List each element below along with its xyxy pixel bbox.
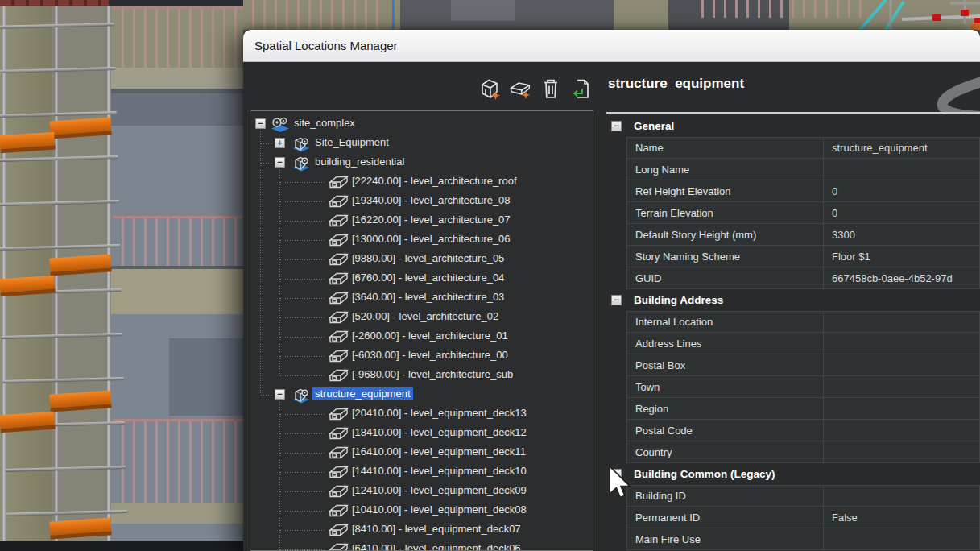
tree-guide-line (280, 414, 325, 415)
property-value[interactable]: 667458cb-0aee-4b52-97d (823, 267, 980, 289)
tree-item-label[interactable]: [12410.00] - level_equipment_deck09 (352, 484, 527, 496)
trash-icon (541, 77, 560, 100)
tree-guide-line (280, 356, 325, 357)
tree-item-label[interactable]: [520.00] - level_architecture_02 (352, 310, 498, 322)
property-label: Name (626, 137, 823, 159)
property-value[interactable] (823, 333, 980, 354)
section-title: Building Common (Legacy) (634, 468, 775, 480)
add-story-button[interactable] (509, 77, 531, 100)
tree-item-label[interactable]: [-9680.00] - level_architecture_sub (352, 368, 513, 380)
property-value[interactable]: 0 (823, 202, 980, 224)
property-value[interactable]: Floor $1 (823, 246, 980, 267)
property-section-header[interactable]: −Building Common (Legacy) (608, 463, 980, 485)
tree-item[interactable]: +Site_Equipment (250, 134, 593, 153)
rebar-posts-strip-2 (693, 0, 870, 18)
tree-item-label[interactable]: [14410.00] - level_equipment_deck10 (352, 465, 527, 477)
tree-item-label[interactable]: [9880.00] - level_architecture_05 (352, 252, 504, 264)
delete-button[interactable] (540, 77, 562, 100)
tree-item-label[interactable]: [16410.00] - level_equipment_deck11 (352, 445, 526, 458)
property-row: Permanent IDFalse (626, 507, 980, 528)
tree-item[interactable]: −site_complex (250, 114, 593, 134)
property-label: Internal Location (626, 311, 823, 333)
tree-item-label[interactable]: [18410.00] - level_equipment_deck12 (352, 426, 527, 438)
level-icon (328, 213, 349, 232)
tree-guide-line (280, 182, 325, 183)
tree-item-label[interactable]: [6410.00] - level_equipment_deck06 (352, 542, 521, 551)
tree-guide-line (261, 163, 273, 164)
tree-item[interactable]: −structure_equipment (250, 385, 593, 404)
tree-item-label[interactable]: structure_equipment (312, 387, 413, 400)
level-icon (328, 367, 349, 387)
tree-guide-line (280, 317, 325, 318)
rebar-maroon-band (0, 0, 109, 6)
tree-guide-line (280, 433, 325, 434)
property-section-header[interactable]: −Building Address (608, 289, 980, 311)
tree-item-label[interactable]: [8410.00] - level_equipment_deck07 (352, 523, 521, 535)
property-label: Default Story Height (mm) (626, 224, 823, 246)
location-tree-panel[interactable]: −site_complex+Site_Equipment−building_re… (250, 110, 593, 551)
viewport-bottom-strip (0, 541, 243, 551)
scaffold-ledger (0, 244, 120, 251)
tree-item-label[interactable]: [-2600.00] - level_architecture_01 (352, 329, 508, 342)
property-row: Namestructure_equipment (626, 137, 980, 159)
property-label: Main Fire Use (626, 528, 823, 550)
expand-icon[interactable]: + (275, 138, 285, 148)
tree-guide-line (280, 201, 325, 202)
tree-item-label[interactable]: [3640.00] - level_architecture_03 (352, 291, 504, 303)
property-value[interactable] (823, 420, 980, 441)
import-button[interactable] (570, 77, 593, 100)
property-row: Region (626, 398, 980, 420)
section-title: General (634, 120, 674, 132)
viewport-3d-top[interactable] (243, 0, 980, 30)
property-value[interactable] (823, 354, 980, 376)
property-value[interactable]: structure_equipment (823, 137, 980, 159)
tree-item-label[interactable]: [19340.00] - level_architecture_08 (352, 194, 511, 206)
property-value[interactable] (823, 159, 980, 180)
property-row: Default Story Height (mm)3300 (626, 224, 980, 246)
collapse-icon[interactable]: − (275, 389, 285, 400)
level-icon (328, 232, 349, 251)
property-value[interactable]: False (823, 507, 980, 528)
property-value[interactable]: 3300 (823, 224, 980, 246)
tree-item-label[interactable]: site_complex (294, 117, 355, 129)
property-value[interactable] (823, 485, 980, 507)
tree-item-label[interactable]: [6760.00] - level_architecture_04 (352, 271, 504, 284)
property-row: Internal Location (626, 311, 980, 333)
tree-item-label[interactable]: building_residential (315, 155, 404, 168)
property-value[interactable]: 0 (823, 180, 980, 202)
collapse-icon[interactable]: − (611, 295, 622, 305)
tree-item-label[interactable]: [20410.00] - level_equipment_deck13 (352, 407, 527, 419)
collapse-icon[interactable]: − (255, 118, 266, 129)
tree-item-label[interactable]: [10410.00] - level_equipment_deck08 (352, 503, 527, 516)
property-value[interactable] (823, 376, 980, 398)
level-icon (328, 348, 349, 367)
collapse-icon[interactable]: − (611, 121, 622, 131)
property-row: Country (626, 441, 980, 463)
property-section-header[interactable]: −General (608, 115, 980, 137)
viewport-3d-left[interactable] (0, 0, 243, 551)
window-inset (169, 338, 243, 416)
tree-guide-line (280, 511, 325, 512)
property-value[interactable] (823, 441, 980, 463)
property-value[interactable] (823, 311, 980, 333)
level-icon (328, 483, 349, 503)
property-grid: −GeneralNamestructure_equipmentLong Name… (608, 115, 980, 550)
tree-item-label[interactable]: [16220.00] - level_architecture_07 (352, 213, 511, 226)
property-value[interactable] (823, 528, 980, 550)
scaffold-ledger (5, 466, 126, 472)
section-title: Building Address (634, 294, 723, 306)
header-separator (606, 112, 980, 114)
window-titlebar[interactable]: Spatial Locations Manager (243, 30, 980, 62)
add-building-button[interactable] (478, 77, 501, 100)
tree-item[interactable]: −building_residential (250, 153, 593, 172)
tree-item-label[interactable]: [22240.00] - level_architecture_roof (352, 175, 517, 187)
property-value[interactable] (823, 398, 980, 420)
collapse-icon[interactable]: − (275, 157, 285, 168)
level-icon (328, 503, 349, 522)
tree-item-label[interactable]: [-6030.00] - level_architecture_00 (352, 349, 508, 361)
tree-guide-line (280, 472, 325, 473)
level-icon (328, 541, 349, 551)
tree-item-label[interactable]: Site_Equipment (315, 136, 389, 148)
tree-guide-line (280, 453, 325, 454)
tree-item-label[interactable]: [13000.00] - level_architecture_06 (352, 233, 511, 245)
